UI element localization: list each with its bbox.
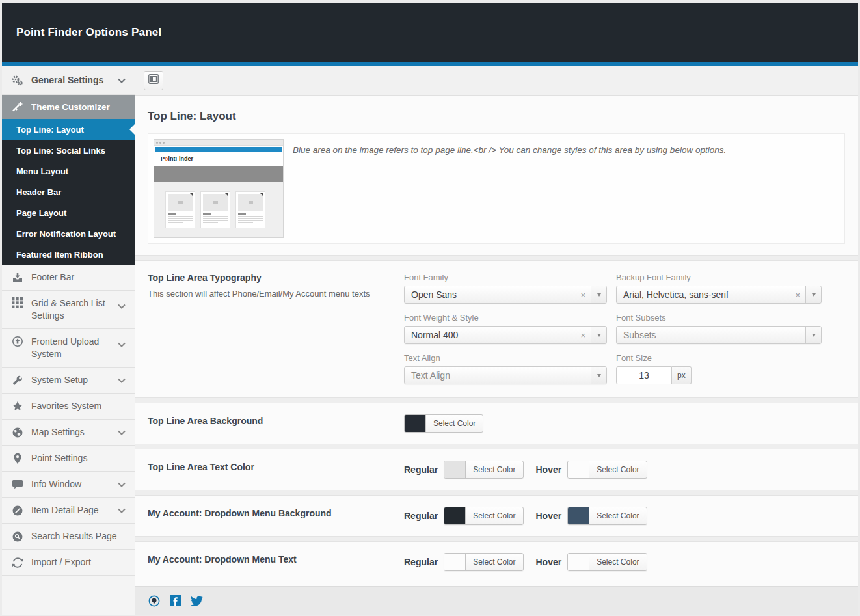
sidebar-item-label: Info Window [31, 478, 81, 490]
upload-circle-icon [11, 336, 23, 347]
select-color-label: Select Color [466, 461, 522, 478]
sidebar-item-system-setup[interactable]: System Setup [2, 368, 135, 394]
sidebar-item-search-results-page[interactable]: Search Results Page [2, 524, 135, 550]
sidebar-item-label: Search Results Page [31, 530, 117, 542]
color-swatch[interactable] [568, 461, 589, 478]
color-swatch[interactable] [444, 554, 466, 570]
dropdown-arrow-icon[interactable] [805, 286, 821, 303]
sidebar-item-favorites-system[interactable]: Favorites System [2, 394, 135, 420]
chevron-down-icon [118, 75, 126, 85]
sidebar-item-theme-customizer[interactable]: Theme Customizer [2, 95, 135, 119]
options-panel-page: Point Finder Options Panel General Se [2, 3, 858, 615]
thumbnail-browser-chrome [154, 140, 283, 146]
picker-state-label: Hover [536, 511, 562, 521]
sidebar-submenu: Top Line: Layout Top Line: Social Links … [2, 119, 135, 265]
dropdown-arrow-icon[interactable] [591, 367, 606, 384]
sidebar-item-footer-bar[interactable]: Footer Bar [2, 265, 135, 291]
color-swatch[interactable] [568, 507, 589, 524]
sidebar-item-grid-search-list-settings[interactable]: Grid & Search List Settings [2, 291, 135, 329]
sidebar-item-label: Footer Bar [31, 271, 74, 284]
field-label: Font Subsets [616, 313, 822, 323]
section-description: Blue area on the image refers to top pag… [293, 139, 726, 238]
dropdown-arrow-icon[interactable] [591, 286, 606, 303]
social-circle-icon[interactable] [148, 595, 160, 607]
sidebar-item-frontend-upload-system[interactable]: Frontend Upload System [2, 329, 135, 368]
sidebar-subitem-label: Top Line: Layout [16, 125, 84, 135]
setting-title: My Account: Dropdown Menu Text [148, 554, 391, 565]
sidebar-subitem-menu-layout[interactable]: Menu Layout [2, 161, 135, 181]
sidebar-item-item-detail-page[interactable]: Item Detail Page [2, 498, 135, 524]
text-align-select[interactable]: Text Align [404, 366, 607, 384]
thumbnail-card [165, 191, 195, 228]
section-typography: Top Line Area Typography This section wi… [135, 261, 858, 397]
select-value: Normal 400 [405, 330, 575, 340]
select-color-button[interactable]: Select Color [567, 461, 647, 479]
thumbnail-card [235, 191, 265, 228]
select-value: Open Sans [405, 289, 575, 300]
select-color-button[interactable]: Select Color [567, 507, 647, 525]
sidebar-subitem-featured-item-ribbon[interactable]: Featured Item Ribbon [2, 244, 135, 265]
font-subsets-select[interactable]: Subsets [616, 326, 822, 344]
setting-title: My Account: Dropdown Menu Background [148, 508, 391, 518]
sidebar-item-label: Grid & Search List Settings [31, 297, 108, 322]
backup-font-family-select[interactable]: Arial, Helvetica, sans-serif × [616, 286, 822, 304]
panel-toggle-button[interactable] [144, 71, 163, 90]
sidebar-empty-space [2, 576, 135, 615]
section-divider [135, 536, 858, 542]
sidebar: General Settings Theme Customizer T [2, 66, 135, 615]
sidebar-item-map-settings[interactable]: Map Settings [2, 420, 135, 446]
sidebar-item-general-settings[interactable]: General Settings [2, 66, 135, 95]
thumbnail-card [200, 191, 230, 228]
picker-state-label: Hover [536, 557, 562, 567]
font-weight-select[interactable]: Normal 400 × [404, 326, 607, 344]
select-color-button[interactable]: Select Color [444, 553, 523, 571]
font-family-select[interactable]: Open Sans × [404, 286, 607, 304]
sidebar-subitem-header-bar[interactable]: Header Bar [2, 181, 135, 202]
chevron-down-icon [118, 426, 126, 438]
chevron-down-icon [118, 338, 126, 351]
wrench-icon [11, 375, 23, 386]
sidebar-item-import-export[interactable]: Import / Export [2, 550, 135, 576]
content-toolbar [135, 66, 858, 96]
select-color-button[interactable]: Select Color [444, 507, 523, 525]
select-color-button[interactable]: Select Color [404, 414, 483, 433]
field-font-family: Font Family Open Sans × [404, 273, 607, 304]
color-swatch[interactable] [405, 415, 426, 432]
section-topline-background: Top Line Area Background Select Color [135, 403, 858, 444]
section-divider [135, 444, 858, 449]
search-circle-icon [11, 531, 23, 542]
section-divider [135, 397, 858, 403]
select-color-button[interactable]: Select Color [444, 461, 523, 479]
select-color-label: Select Color [466, 507, 522, 524]
sync-icon [11, 557, 23, 569]
sidebar-item-label: Theme Customizer [31, 102, 110, 112]
color-swatch[interactable] [444, 507, 466, 524]
sidebar-item-point-settings[interactable]: Point Settings [2, 446, 135, 472]
color-swatch[interactable] [444, 461, 466, 478]
setting-title: Top Line Area Background [148, 416, 391, 426]
sidebar-subitem-page-layout[interactable]: Page Layout [2, 202, 135, 223]
dropdown-arrow-icon[interactable] [805, 327, 821, 343]
picker-state-label: Regular [404, 511, 438, 521]
dropdown-arrow-icon[interactable] [591, 327, 606, 343]
sidebar-item-label: General Settings [31, 75, 103, 85]
color-swatch[interactable] [568, 554, 589, 570]
sidebar-subitem-top-line-layout[interactable]: Top Line: Layout [2, 119, 135, 140]
sidebar-item-info-window[interactable]: Info Window [2, 472, 135, 498]
font-size-input[interactable] [616, 366, 672, 384]
clear-x-icon[interactable]: × [575, 290, 591, 300]
sidebar-subitem-top-line-social-links[interactable]: Top Line: Social Links [2, 140, 135, 161]
preview-thumbnail: PointFinder [154, 139, 284, 238]
clear-x-icon[interactable]: × [790, 290, 805, 300]
chevron-down-icon [118, 300, 126, 312]
clear-x-icon[interactable]: × [575, 330, 591, 340]
select-color-button[interactable]: Select Color [567, 553, 647, 571]
sidebar-subitem-error-notification-layout[interactable]: Error Notification Layout [2, 223, 135, 244]
field-label: Font Weight & Style [404, 313, 607, 323]
sidebar-item-label: System Setup [31, 374, 88, 386]
sidebar-subitem-label: Top Line: Social Links [16, 146, 105, 155]
sidebar-subitem-label: Featured Item Ribbon [16, 250, 103, 260]
twitter-icon[interactable] [191, 596, 203, 606]
sidebar-item-label: Point Settings [31, 452, 87, 464]
facebook-icon[interactable] [170, 595, 181, 606]
